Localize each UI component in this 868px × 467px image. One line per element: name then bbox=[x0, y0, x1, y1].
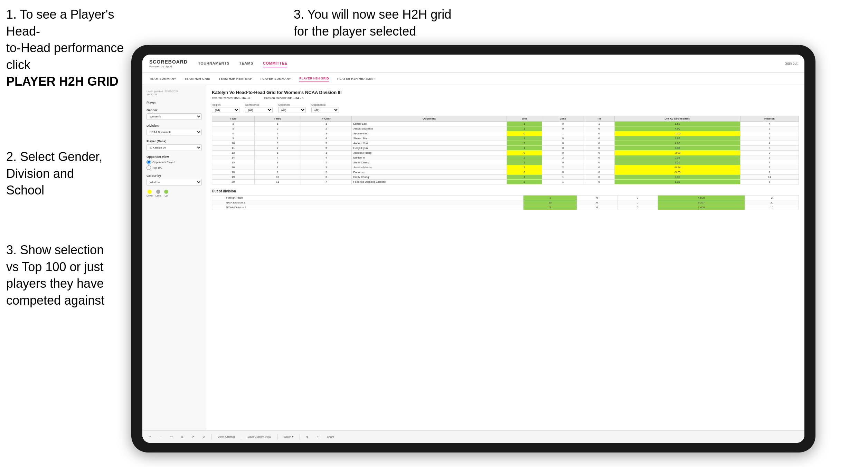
sidebar-opponent-view-label: Opponent view bbox=[147, 155, 202, 159]
toolbar-divider-2 bbox=[241, 434, 241, 440]
sub-nav-player-summary[interactable]: PLAYER SUMMARY bbox=[261, 76, 291, 82]
toolbar-menu[interactable]: ≡ bbox=[315, 435, 321, 439]
sign-out-link[interactable]: Sign out bbox=[785, 61, 798, 65]
cell-opponent: Heejo Hyun bbox=[352, 146, 507, 151]
table-row: 16 1 3 Jessica Mason 1 2 0 -0.94 7 bbox=[212, 165, 799, 170]
sub-nav-team-h2h-grid[interactable]: TEAM H2H GRID bbox=[185, 76, 210, 82]
instruction-1-bold: PLAYER H2H GRID bbox=[6, 74, 119, 88]
ood-rounds: 30 bbox=[745, 200, 799, 205]
sub-nav-team-summary[interactable]: TEAM SUMMARY bbox=[149, 76, 176, 82]
filter-opponent-select[interactable]: (All) bbox=[278, 107, 306, 113]
cell-opponent: Eunice Yi bbox=[352, 155, 507, 160]
filter-opponents-label: Opponents: bbox=[311, 103, 339, 106]
filter-opponents-select[interactable]: (All) bbox=[311, 107, 339, 113]
nav-item-teams[interactable]: TEAMS bbox=[239, 60, 253, 67]
filter-region-select[interactable]: (All) bbox=[212, 107, 239, 113]
logo-text: SCOREBOARD bbox=[149, 59, 188, 65]
toolbar-undo[interactable]: ↩ bbox=[147, 435, 153, 439]
sidebar-division-select[interactable]: NCAA Division III bbox=[147, 129, 202, 135]
toolbar-view-original[interactable]: View: Original bbox=[216, 435, 237, 439]
sidebar-colour-by-select[interactable]: Win/loss bbox=[147, 179, 202, 185]
cell-reg: 3 bbox=[254, 131, 301, 136]
cell-opponent: Federica Domecq Lacroze bbox=[352, 180, 507, 184]
cell-div: 20 bbox=[212, 180, 255, 184]
nav-item-tournaments[interactable]: TOURNAMENTS bbox=[198, 60, 229, 67]
cell-diff: -1.00 bbox=[614, 131, 740, 136]
h2h-table: # Div # Reg # Conf Opponent Win Loss Tie… bbox=[212, 116, 799, 184]
cell-diff: 3.67 bbox=[614, 136, 740, 141]
ood-tie: 0 bbox=[617, 205, 658, 210]
toolbar-redo[interactable]: ↪ bbox=[168, 435, 175, 439]
cell-conf: 4 bbox=[301, 155, 352, 160]
cell-rounds: 2 bbox=[740, 170, 799, 175]
instructions-top-left: 1. To see a Player's Head- to-Head perfo… bbox=[6, 6, 138, 90]
toolbar-refresh[interactable]: ⟳ bbox=[190, 435, 196, 439]
cell-div: 18 bbox=[212, 170, 255, 175]
th-win: Win bbox=[507, 116, 542, 122]
filter-row: Region (All) Conference (All) Opponent bbox=[212, 103, 799, 113]
ood-diff: 9.267 bbox=[658, 200, 745, 205]
filter-opponents-label-group: Opponents: (All) bbox=[311, 103, 339, 113]
cell-diff: -5.00 bbox=[614, 170, 740, 175]
cell-opponent: Alexis Sudjianto bbox=[352, 126, 507, 131]
sub-nav-player-h2h-grid[interactable]: PLAYER H2H GRID bbox=[299, 75, 329, 82]
toolbar-target[interactable]: ⊙ bbox=[200, 435, 207, 439]
cell-rounds: 4 bbox=[740, 122, 799, 126]
toolbar-watch[interactable]: Watch ▾ bbox=[282, 435, 296, 439]
cell-win: 0 bbox=[507, 170, 542, 175]
cell-tie: 0 bbox=[584, 175, 614, 180]
filter-conference-group: Conference (All) bbox=[245, 103, 273, 113]
cell-reg: 2 bbox=[254, 146, 301, 151]
toolbar-grid[interactable]: ⊞ bbox=[179, 435, 186, 439]
sub-nav: TEAM SUMMARY TEAM H2H GRID TEAM H2H HEAT… bbox=[142, 73, 804, 85]
bottom-toolbar: ↩ ← ↪ ⊞ ⟳ ⊙ View: Original Save Custom V… bbox=[142, 430, 804, 443]
sidebar-gender-select[interactable]: Women's bbox=[147, 113, 202, 120]
table-row: 20 11 7 Federica Domecq Lacroze 2 1 0 1.… bbox=[212, 180, 799, 184]
table-row: 19 10 6 Emily Chang 4 1 0 0.30 11 bbox=[212, 175, 799, 180]
sub-nav-team-h2h-heatmap[interactable]: TEAM H2H HEATMAP bbox=[219, 76, 252, 82]
nav-bar: SCOREBOARD Powered by clippd TOURNAMENTS… bbox=[142, 55, 804, 73]
cell-div: 15 bbox=[212, 160, 255, 165]
toolbar-save-custom[interactable]: Save Custom View bbox=[245, 435, 273, 439]
ood-loss: 0 bbox=[577, 205, 617, 210]
toolbar-share[interactable]: Share bbox=[325, 435, 336, 439]
nav-item-committee[interactable]: COMMITTEE bbox=[263, 60, 287, 67]
nav-items: TOURNAMENTS TEAMS COMMITTEE bbox=[198, 60, 785, 67]
cell-conf: 2 bbox=[301, 126, 352, 131]
cell-win: 0 bbox=[507, 151, 542, 155]
radio-top100[interactable]: Top 100 bbox=[147, 165, 202, 170]
table-row: 11 2 5 Heejo Hyun 1 0 0 3.33 3 bbox=[212, 146, 799, 151]
sub-nav-player-h2h-heatmap[interactable]: PLAYER H2H HEATMAP bbox=[337, 76, 375, 82]
cell-div: 14 bbox=[212, 155, 255, 160]
cell-reg: 2 bbox=[254, 170, 301, 175]
cell-win: 2 bbox=[507, 180, 542, 184]
sidebar-player-rank-section: Player (Rank) 8. Katelyn Vo bbox=[147, 140, 202, 151]
tablet-frame: SCOREBOARD Powered by clippd TOURNAMENTS… bbox=[131, 45, 815, 452]
cell-loss: 0 bbox=[542, 122, 584, 126]
cell-tie: 0 bbox=[584, 126, 614, 131]
filter-conference-select[interactable]: (All) bbox=[245, 107, 273, 113]
cell-opponent: Sharon Mun bbox=[352, 136, 507, 141]
cell-rounds: 3 bbox=[740, 146, 799, 151]
cell-loss: 0 bbox=[542, 170, 584, 175]
radio-opponents-played[interactable]: Opponents Played bbox=[147, 160, 202, 164]
cell-loss: 2 bbox=[542, 155, 584, 160]
toolbar-add[interactable]: ⊕ bbox=[304, 435, 311, 439]
th-diff: Diff Av Strokes/Rnd bbox=[614, 116, 740, 122]
cell-rounds: 9 bbox=[740, 155, 799, 160]
toolbar-back[interactable]: ← bbox=[157, 435, 164, 439]
instruction-1-line1: 1. To see a Player's Head- bbox=[6, 7, 114, 38]
cell-reg: 1 bbox=[254, 122, 301, 126]
cell-diff: 0.38 bbox=[614, 155, 740, 160]
sidebar-player-rank-select[interactable]: 8. Katelyn Vo bbox=[147, 144, 202, 151]
toolbar-divider-3 bbox=[277, 434, 277, 440]
cell-div: 13 bbox=[212, 151, 255, 155]
table-row: 14 7 4 Eunice Yi 2 2 0 0.38 9 bbox=[212, 155, 799, 160]
cell-win: 1 bbox=[507, 122, 542, 126]
sidebar-gender-section: Gender Women's bbox=[147, 108, 202, 120]
cell-diff: 4.00 bbox=[614, 126, 740, 131]
cell-div: 5 bbox=[212, 126, 255, 131]
filter-opponent-label: Opponent bbox=[278, 103, 306, 106]
filter-conference-label: Conference bbox=[245, 103, 273, 106]
toolbar-divider-4 bbox=[300, 434, 300, 440]
